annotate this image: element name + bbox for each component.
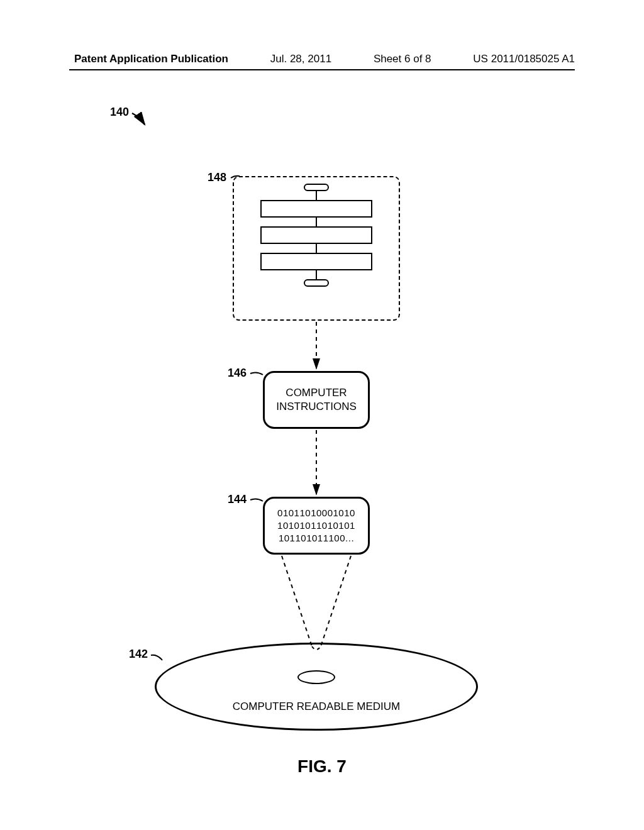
flow-connector (316, 191, 317, 200)
ref-label-142: 142 (129, 648, 148, 661)
patent-figure-page: Patent Application Publication Jul. 28, … (0, 0, 644, 830)
flow-end-terminator (304, 279, 329, 287)
flow-step-3 (260, 253, 372, 270)
ref-label-146: 146 (228, 367, 247, 380)
box144-line1: 01011010001010 (277, 507, 355, 519)
flow-step-1 (260, 200, 372, 218)
box146-line2: INSTRUCTIONS (276, 400, 357, 414)
svg-line-3 (321, 556, 351, 646)
binary-data-box: 01011010001010 10101011010101 1011010111… (263, 497, 370, 555)
publication-label: Patent Application Publication (74, 53, 228, 65)
box144-line2: 10101011010101 (277, 519, 355, 532)
header-rule (69, 69, 575, 70)
publication-number: US 2011/0185025 A1 (473, 53, 575, 65)
flow-connector (316, 218, 317, 226)
flow-start-terminator (304, 184, 329, 191)
disc-outline (155, 643, 478, 731)
flow-connector (316, 270, 317, 279)
publication-date: Jul. 28, 2011 (270, 53, 331, 65)
ref-label-140: 140 (110, 106, 129, 119)
computer-readable-medium: COMPUTER READABLE MEDIUM (155, 643, 478, 731)
computer-instructions-box: COMPUTER INSTRUCTIONS (263, 371, 370, 429)
medium-label: COMPUTER READABLE MEDIUM (155, 700, 478, 713)
page-header: Patent Application Publication Jul. 28, … (0, 53, 644, 65)
disc-hole (297, 670, 335, 684)
box146-line1: COMPUTER (286, 386, 347, 400)
flow-step-2 (260, 226, 372, 244)
ref-label-144: 144 (228, 493, 247, 506)
figure-caption: FIG. 7 (0, 756, 644, 777)
box144-line3: 101101011100... (279, 532, 354, 545)
ref-label-148: 148 (208, 171, 226, 184)
sheet-number: Sheet 6 of 8 (374, 53, 431, 65)
svg-line-2 (282, 556, 312, 646)
flowchart (233, 184, 400, 313)
flow-connector (316, 244, 317, 253)
